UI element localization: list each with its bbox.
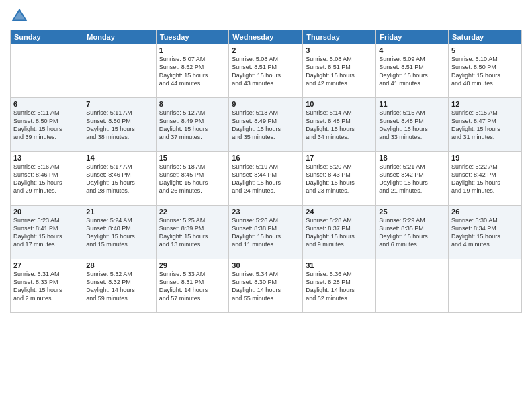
day-info: Sunrise: 5:34 AM Sunset: 8:30 PM Dayligh…	[232, 270, 300, 303]
day-info: Sunrise: 5:33 AM Sunset: 8:31 PM Dayligh…	[159, 270, 226, 303]
calendar-cell: 4Sunrise: 5:09 AM Sunset: 8:51 PM Daylig…	[376, 44, 449, 98]
day-info: Sunrise: 5:30 AM Sunset: 8:34 PM Dayligh…	[451, 216, 519, 249]
day-info: Sunrise: 5:22 AM Sunset: 8:42 PM Dayligh…	[451, 163, 519, 195]
day-number: 5	[451, 46, 519, 54]
day-number: 20	[13, 208, 80, 216]
day-info: Sunrise: 5:15 AM Sunset: 8:47 PM Dayligh…	[451, 109, 519, 142]
weekday-sunday: Sunday	[11, 30, 83, 44]
calendar-week-row: 6Sunrise: 5:11 AM Sunset: 8:50 PM Daylig…	[11, 98, 522, 152]
calendar-week-row: 1Sunrise: 5:07 AM Sunset: 8:52 PM Daylig…	[11, 44, 522, 98]
calendar-cell: 16Sunrise: 5:19 AM Sunset: 8:44 PM Dayli…	[229, 152, 303, 205]
day-number: 9	[232, 100, 300, 108]
calendar-cell: 1Sunrise: 5:07 AM Sunset: 8:52 PM Daylig…	[156, 44, 229, 98]
calendar-cell: 26Sunrise: 5:30 AM Sunset: 8:34 PM Dayli…	[449, 205, 522, 259]
calendar-week-row: 27Sunrise: 5:31 AM Sunset: 8:33 PM Dayli…	[11, 259, 522, 313]
day-info: Sunrise: 5:08 AM Sunset: 8:51 PM Dayligh…	[232, 55, 300, 88]
day-number: 13	[13, 154, 80, 162]
day-number: 18	[379, 154, 445, 162]
calendar-cell: 31Sunrise: 5:36 AM Sunset: 8:28 PM Dayli…	[303, 259, 376, 313]
calendar-cell: 20Sunrise: 5:23 AM Sunset: 8:41 PM Dayli…	[11, 205, 83, 259]
calendar-cell: 3Sunrise: 5:08 AM Sunset: 8:51 PM Daylig…	[303, 44, 376, 98]
calendar-week-row: 13Sunrise: 5:16 AM Sunset: 8:46 PM Dayli…	[11, 152, 522, 205]
day-info: Sunrise: 5:21 AM Sunset: 8:42 PM Dayligh…	[379, 163, 445, 195]
day-info: Sunrise: 5:31 AM Sunset: 8:33 PM Dayligh…	[13, 270, 80, 303]
calendar-cell: 21Sunrise: 5:24 AM Sunset: 8:40 PM Dayli…	[83, 205, 156, 259]
calendar-cell: 13Sunrise: 5:16 AM Sunset: 8:46 PM Dayli…	[11, 152, 83, 205]
day-number: 26	[451, 208, 519, 216]
header	[10, 7, 522, 26]
day-info: Sunrise: 5:32 AM Sunset: 8:32 PM Dayligh…	[86, 270, 152, 303]
calendar-cell	[11, 44, 83, 98]
calendar-cell: 7Sunrise: 5:11 AM Sunset: 8:50 PM Daylig…	[83, 98, 156, 152]
calendar-cell	[376, 259, 449, 313]
page: SundayMondayTuesdayWednesdayThursdayFrid…	[0, 0, 532, 411]
calendar-cell: 9Sunrise: 5:13 AM Sunset: 8:49 PM Daylig…	[229, 98, 303, 152]
calendar-cell: 19Sunrise: 5:22 AM Sunset: 8:42 PM Dayli…	[449, 152, 522, 205]
weekday-monday: Monday	[83, 30, 156, 44]
day-number: 27	[13, 261, 80, 269]
day-number: 21	[86, 208, 152, 216]
day-info: Sunrise: 5:24 AM Sunset: 8:40 PM Dayligh…	[86, 216, 152, 249]
day-info: Sunrise: 5:14 AM Sunset: 8:48 PM Dayligh…	[306, 109, 373, 142]
day-number: 14	[86, 154, 152, 162]
logo	[10, 7, 32, 26]
calendar-cell: 6Sunrise: 5:11 AM Sunset: 8:50 PM Daylig…	[11, 98, 83, 152]
calendar-cell: 27Sunrise: 5:31 AM Sunset: 8:33 PM Dayli…	[11, 259, 83, 313]
calendar-cell: 10Sunrise: 5:14 AM Sunset: 8:48 PM Dayli…	[303, 98, 376, 152]
day-number: 25	[379, 208, 445, 216]
day-number: 4	[379, 46, 445, 54]
weekday-tuesday: Tuesday	[156, 30, 229, 44]
day-info: Sunrise: 5:07 AM Sunset: 8:52 PM Dayligh…	[159, 55, 226, 88]
calendar-cell: 23Sunrise: 5:26 AM Sunset: 8:38 PM Dayli…	[229, 205, 303, 259]
calendar-cell: 18Sunrise: 5:21 AM Sunset: 8:42 PM Dayli…	[376, 152, 449, 205]
day-number: 10	[306, 100, 373, 108]
day-info: Sunrise: 5:08 AM Sunset: 8:51 PM Dayligh…	[306, 55, 373, 88]
weekday-friday: Friday	[376, 30, 449, 44]
day-info: Sunrise: 5:09 AM Sunset: 8:51 PM Dayligh…	[379, 55, 445, 88]
day-number: 29	[159, 261, 226, 269]
calendar-week-row: 20Sunrise: 5:23 AM Sunset: 8:41 PM Dayli…	[11, 205, 522, 259]
day-number: 11	[379, 100, 445, 108]
logo-icon	[10, 7, 29, 26]
calendar-cell: 29Sunrise: 5:33 AM Sunset: 8:31 PM Dayli…	[156, 259, 229, 313]
day-number: 7	[86, 100, 152, 108]
calendar-cell	[83, 44, 156, 98]
day-number: 16	[232, 154, 300, 162]
day-info: Sunrise: 5:13 AM Sunset: 8:49 PM Dayligh…	[232, 109, 300, 142]
day-number: 19	[451, 154, 519, 162]
day-info: Sunrise: 5:29 AM Sunset: 8:35 PM Dayligh…	[379, 216, 445, 249]
calendar-cell: 22Sunrise: 5:25 AM Sunset: 8:39 PM Dayli…	[156, 205, 229, 259]
calendar-cell: 11Sunrise: 5:15 AM Sunset: 8:48 PM Dayli…	[376, 98, 449, 152]
day-number: 8	[159, 100, 226, 108]
calendar-cell: 25Sunrise: 5:29 AM Sunset: 8:35 PM Dayli…	[376, 205, 449, 259]
day-info: Sunrise: 5:10 AM Sunset: 8:50 PM Dayligh…	[451, 55, 519, 88]
day-number: 1	[159, 46, 226, 54]
calendar-cell: 14Sunrise: 5:17 AM Sunset: 8:46 PM Dayli…	[83, 152, 156, 205]
day-info: Sunrise: 5:23 AM Sunset: 8:41 PM Dayligh…	[13, 216, 80, 249]
day-info: Sunrise: 5:18 AM Sunset: 8:45 PM Dayligh…	[159, 163, 226, 195]
calendar-cell: 28Sunrise: 5:32 AM Sunset: 8:32 PM Dayli…	[83, 259, 156, 313]
day-number: 17	[306, 154, 373, 162]
calendar-cell: 12Sunrise: 5:15 AM Sunset: 8:47 PM Dayli…	[449, 98, 522, 152]
calendar-cell: 8Sunrise: 5:12 AM Sunset: 8:49 PM Daylig…	[156, 98, 229, 152]
weekday-header-row: SundayMondayTuesdayWednesdayThursdayFrid…	[11, 30, 522, 44]
calendar-table: SundayMondayTuesdayWednesdayThursdayFrid…	[10, 30, 522, 313]
weekday-thursday: Thursday	[303, 30, 376, 44]
day-number: 24	[306, 208, 373, 216]
day-number: 22	[159, 208, 226, 216]
day-info: Sunrise: 5:11 AM Sunset: 8:50 PM Dayligh…	[86, 109, 152, 142]
day-number: 31	[306, 261, 373, 269]
day-info: Sunrise: 5:12 AM Sunset: 8:49 PM Dayligh…	[159, 109, 226, 142]
day-info: Sunrise: 5:16 AM Sunset: 8:46 PM Dayligh…	[13, 163, 80, 195]
calendar-cell: 2Sunrise: 5:08 AM Sunset: 8:51 PM Daylig…	[229, 44, 303, 98]
calendar-cell: 5Sunrise: 5:10 AM Sunset: 8:50 PM Daylig…	[449, 44, 522, 98]
day-info: Sunrise: 5:26 AM Sunset: 8:38 PM Dayligh…	[232, 216, 300, 249]
day-info: Sunrise: 5:28 AM Sunset: 8:37 PM Dayligh…	[306, 216, 373, 249]
calendar-cell: 15Sunrise: 5:18 AM Sunset: 8:45 PM Dayli…	[156, 152, 229, 205]
day-info: Sunrise: 5:25 AM Sunset: 8:39 PM Dayligh…	[159, 216, 226, 249]
day-number: 30	[232, 261, 300, 269]
calendar-cell	[449, 259, 522, 313]
day-info: Sunrise: 5:11 AM Sunset: 8:50 PM Dayligh…	[13, 109, 80, 142]
day-number: 28	[86, 261, 152, 269]
day-number: 3	[306, 46, 373, 54]
